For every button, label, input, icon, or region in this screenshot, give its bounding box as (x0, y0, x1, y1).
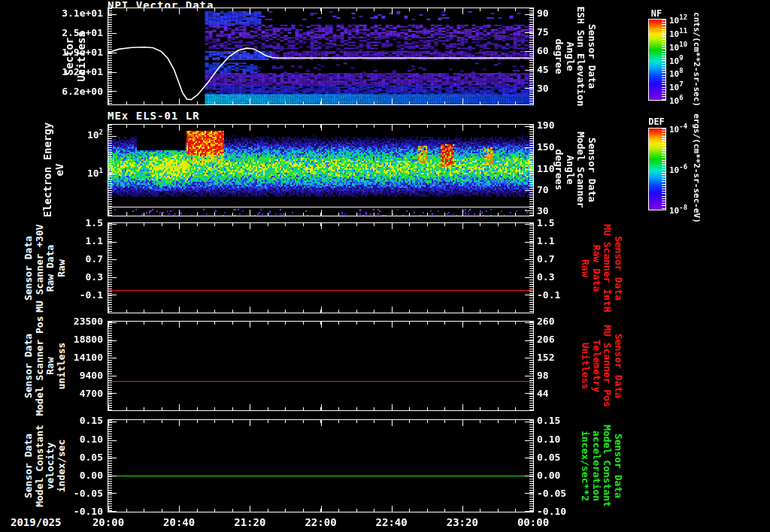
tick-label: 1.5 (40, 217, 103, 228)
major-tick (525, 511, 533, 512)
major-tick (525, 277, 533, 278)
x-axis-time-label: 22:40 (369, 516, 414, 528)
major-tick (525, 422, 533, 422)
tick-label: -0.1 (40, 289, 103, 301)
colorbar-tick-label: 107 (669, 80, 699, 92)
major-tick (108, 91, 117, 92)
x-axis-time-label: 20:40 (156, 516, 202, 528)
major-tick (525, 224, 533, 225)
major-tick (525, 190, 533, 191)
tick-label: -0.10 (537, 506, 585, 517)
figure-root: NPI Vector Data MEx ELS-01 LR (0, 0, 770, 532)
minor-ticks-left (108, 322, 112, 410)
tick-label: -0.1 (537, 289, 585, 301)
major-tick (108, 493, 117, 494)
red-data-line (109, 381, 532, 382)
major-tick (525, 458, 533, 458)
major-tick (108, 340, 117, 341)
major-tick (525, 322, 533, 323)
tick-label: 206 (537, 334, 585, 345)
green-data-line (109, 476, 532, 476)
colorbar-tick-label: 10-4 (669, 122, 699, 135)
nf-colorbar-title: NF (647, 8, 666, 19)
major-ticks-bottom (108, 404, 533, 410)
major-tick (108, 33, 117, 34)
x-axis-date-label: 2019/025 (11, 516, 61, 528)
major-tick (525, 51, 533, 52)
major-tick (525, 147, 533, 148)
colorbar-tick-label: 10-6 (669, 163, 699, 175)
tick-label: 1.9e+01 (40, 47, 103, 58)
major-tick (108, 358, 117, 358)
tick-label: 1.2e+01 (40, 66, 103, 77)
tick-label: 23500 (40, 316, 103, 327)
major-tick (108, 393, 117, 394)
major-ticks-bottom (108, 307, 533, 313)
tick-label: 1.1 (40, 235, 103, 246)
red-data-line (109, 290, 532, 291)
major-ticks-top (108, 125, 533, 131)
tick-label: 9400 (40, 370, 103, 381)
major-ticks-top (108, 420, 533, 426)
minor-ticks-left (108, 125, 112, 216)
npi-spectrogram-canvas (108, 8, 533, 104)
x-axis-time-label: 21:20 (227, 516, 272, 528)
tick-label: 98 (537, 370, 585, 381)
x-axis-time-label: 00:00 (511, 516, 556, 528)
major-tick (525, 32, 533, 33)
major-tick (108, 259, 117, 260)
major-ticks-top (108, 8, 533, 14)
major-tick (525, 242, 533, 243)
major-tick (525, 376, 533, 376)
major-tick (108, 72, 117, 73)
major-tick (525, 493, 533, 494)
colorbar-tick-label: 10-8 (669, 204, 699, 216)
tick-label: 0.7 (537, 253, 585, 264)
colorbar-tick-label: 106 (669, 94, 699, 106)
x-axis-time-label: 22:00 (299, 516, 344, 528)
colorbar-ticks (662, 20, 665, 100)
tick-label: -0.05 (40, 488, 103, 499)
tick-label: 0.15 (40, 415, 103, 426)
minor-ticks-left (108, 8, 112, 104)
panel-els-spectrogram (108, 124, 534, 216)
major-tick (108, 224, 117, 225)
tick-label: 0.3 (40, 271, 103, 283)
panel4-left-axis-label: Sensor Data Model Scanner Pos Raw unitle… (23, 316, 67, 416)
tick-label: 0.05 (40, 452, 103, 463)
major-tick (525, 295, 533, 295)
colorbar-tick-label: 1010 (669, 41, 699, 53)
x-axis-time-label: 20:00 (86, 516, 131, 528)
major-tick (108, 476, 117, 476)
major-tick (525, 393, 533, 394)
minor-ticks-right (529, 125, 533, 216)
tick-label: 45 (537, 64, 585, 75)
panel-mu-scanner-raw (108, 222, 534, 313)
major-tick (108, 242, 117, 243)
major-tick (108, 14, 117, 15)
panel-npi-vector (108, 8, 534, 105)
colorbar-tick-label: 108 (669, 67, 699, 79)
colorbar-ticks (662, 128, 665, 210)
tick-label: 30 (537, 205, 585, 216)
tick-label: 0.7 (40, 253, 103, 264)
tick-label: 0.3 (537, 271, 585, 283)
major-tick (525, 88, 533, 89)
tick-label: -0.05 (537, 488, 585, 499)
tick-label: 18800 (40, 334, 103, 345)
tick-label: 101 (40, 167, 103, 179)
tick-label: 70 (537, 184, 585, 195)
def-colorbar (648, 128, 666, 210)
major-tick (525, 14, 533, 15)
nf-colorbar (648, 19, 666, 101)
minor-ticks-left (108, 420, 112, 512)
tick-label: 0.00 (537, 470, 585, 481)
major-tick (108, 458, 117, 458)
major-tick (525, 440, 533, 441)
major-tick (525, 340, 533, 341)
major-tick (525, 476, 533, 476)
tick-label: 4700 (40, 388, 103, 399)
major-tick (525, 210, 533, 211)
tick-label: 0.00 (40, 470, 103, 481)
major-tick (525, 70, 533, 71)
